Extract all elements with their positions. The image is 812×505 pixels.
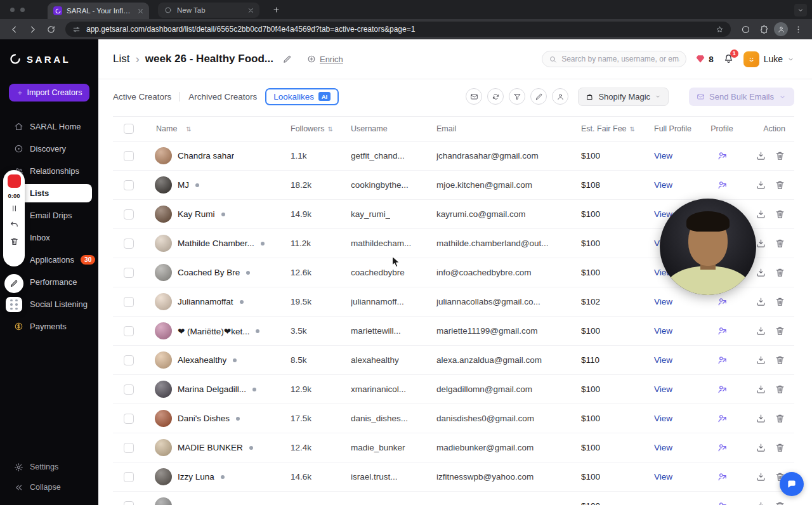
row-checkbox[interactable]: [124, 209, 134, 220]
tab-archived-creators[interactable]: Archived Creators: [188, 92, 257, 102]
export-row-icon[interactable]: [756, 471, 766, 482]
row-checkbox[interactable]: [124, 239, 134, 249]
delete-row-icon[interactable]: [775, 384, 785, 395]
browser-menu-button[interactable]: [790, 21, 806, 37]
row-checkbox[interactable]: [124, 326, 134, 336]
assign-action-button[interactable]: [552, 88, 568, 105]
row-checkbox[interactable]: [124, 180, 134, 190]
row-checkbox[interactable]: [124, 268, 134, 278]
filter-action-button[interactable]: [509, 88, 525, 105]
delete-row-icon[interactable]: [775, 325, 785, 336]
sidebar-item-settings[interactable]: Settings: [0, 457, 98, 477]
delete-row-icon[interactable]: [775, 267, 785, 278]
stop-recording-button[interactable]: [8, 174, 21, 188]
export-row-icon[interactable]: [756, 296, 766, 307]
restart-recording-icon[interactable]: [10, 220, 19, 230]
annotate-pen-button[interactable]: [4, 274, 23, 293]
sync-action-button[interactable]: [487, 88, 504, 105]
column-header-name[interactable]: Name: [156, 124, 177, 133]
window-control-dot[interactable]: [20, 8, 25, 12]
export-row-icon[interactable]: [756, 413, 766, 424]
new-tab-button[interactable]: [268, 2, 284, 17]
window-control-dot[interactable]: [10, 8, 15, 12]
delete-row-icon[interactable]: [775, 296, 785, 307]
column-header-followers[interactable]: Followers: [291, 124, 325, 133]
view-profile-link[interactable]: View: [654, 384, 672, 394]
back-button[interactable]: [6, 21, 22, 37]
row-checkbox[interactable]: [124, 384, 134, 395]
shopify-magic-button[interactable]: Shopify Magic: [578, 88, 669, 106]
row-checkbox[interactable]: [124, 151, 134, 161]
breadcrumb-list-link[interactable]: List: [113, 53, 129, 65]
sort-icon[interactable]: ⇅: [630, 126, 635, 133]
delete-row-icon[interactable]: [775, 413, 785, 424]
credits-indicator[interactable]: 8: [695, 54, 714, 64]
view-profile-link[interactable]: View: [654, 472, 672, 482]
extension-loom-button[interactable]: [737, 21, 754, 37]
view-profile-link[interactable]: View: [654, 414, 672, 423]
row-checkbox[interactable]: [124, 297, 134, 307]
search-input[interactable]: [561, 55, 679, 63]
export-row-icon[interactable]: [756, 209, 766, 220]
row-checkbox[interactable]: [124, 355, 134, 365]
edit-title-icon[interactable]: [282, 55, 292, 64]
export-row-icon[interactable]: [756, 238, 766, 249]
site-settings-icon[interactable]: [72, 25, 81, 34]
tab-list-menu-button[interactable]: [794, 4, 807, 16]
tab-close-icon[interactable]: [247, 6, 255, 15]
export-row-icon[interactable]: [756, 267, 766, 278]
sort-icon[interactable]: ⇅: [328, 126, 333, 133]
row-checkbox[interactable]: [124, 472, 134, 482]
profile-link-icon[interactable]: [717, 501, 728, 505]
profile-link-icon[interactable]: [717, 325, 728, 336]
profile-link-icon[interactable]: [717, 471, 728, 482]
sort-icon[interactable]: ⇅: [186, 126, 191, 133]
profile-link-icon[interactable]: [717, 180, 728, 190]
delete-row-icon[interactable]: [775, 442, 785, 453]
view-profile-link[interactable]: View: [654, 180, 672, 190]
profile-link-icon[interactable]: [717, 296, 728, 307]
pause-recording-icon[interactable]: [10, 204, 19, 213]
delete-row-icon[interactable]: [775, 150, 785, 161]
browser-tab-newtab[interactable]: New Tab: [158, 3, 259, 18]
profile-link-icon[interactable]: [717, 355, 728, 365]
sidebar-collapse-button[interactable]: Collapse: [0, 477, 98, 497]
search-box[interactable]: [542, 51, 686, 67]
view-profile-link[interactable]: View: [654, 355, 672, 365]
browser-profile-button[interactable]: [774, 22, 788, 36]
reload-button[interactable]: [43, 21, 59, 37]
email-action-button[interactable]: [466, 88, 482, 105]
export-row-icon[interactable]: [756, 384, 766, 395]
delete-row-icon[interactable]: [775, 238, 785, 249]
column-header-fee[interactable]: Est. Fair Fee: [581, 124, 627, 133]
sidebar-item-saral-home[interactable]: SARAL Home: [0, 115, 98, 138]
view-profile-link[interactable]: View: [654, 151, 672, 161]
chat-launcher-button[interactable]: [780, 472, 804, 496]
select-all-checkbox[interactable]: [124, 124, 134, 134]
row-checkbox[interactable]: [124, 414, 134, 424]
forward-button[interactable]: [24, 21, 41, 37]
browser-tab-saral[interactable]: SARAL - Your Influencer Assi: [48, 3, 149, 19]
recorder-drag-handle[interactable]: [6, 297, 22, 312]
tab-close-icon[interactable]: [136, 7, 145, 15]
row-checkbox[interactable]: [124, 443, 134, 453]
address-bar[interactable]: app.getsaral.com/dashboard/list/detail/6…: [65, 22, 731, 37]
export-row-icon[interactable]: [756, 355, 766, 365]
enrich-button[interactable]: Enrich: [307, 55, 343, 64]
export-row-icon[interactable]: [756, 501, 766, 505]
tab-lookalikes[interactable]: Lookalikes AI: [265, 88, 338, 105]
view-profile-link[interactable]: View: [654, 326, 672, 336]
webcam-bubble[interactable]: [660, 199, 756, 295]
cancel-recording-icon[interactable]: [10, 237, 19, 246]
profile-link-icon[interactable]: [717, 150, 728, 161]
delete-row-icon[interactable]: [775, 209, 785, 220]
sidebar-item-discovery[interactable]: Discovery: [0, 138, 98, 160]
user-menu[interactable]: Luke: [743, 51, 794, 67]
sidebar-item-payments[interactable]: Payments: [0, 315, 98, 338]
delete-row-icon[interactable]: [775, 180, 785, 190]
export-row-icon[interactable]: [756, 180, 766, 190]
view-profile-link[interactable]: View: [654, 443, 672, 452]
row-checkbox[interactable]: [124, 501, 134, 505]
profile-link-icon[interactable]: [717, 384, 728, 395]
delete-row-icon[interactable]: [775, 501, 785, 505]
